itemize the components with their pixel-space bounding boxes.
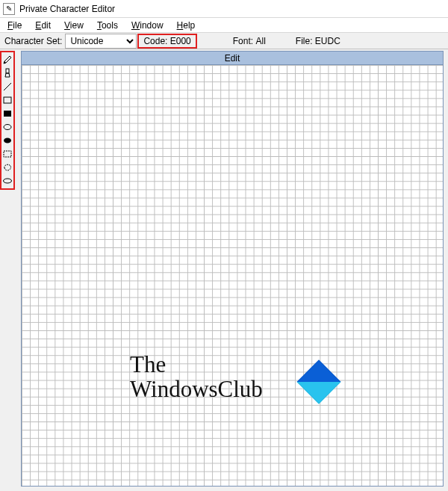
edit-grid[interactable] <box>21 64 444 487</box>
ellipse-outline-icon <box>2 122 13 132</box>
code-value: E000 <box>170 36 191 46</box>
app-title: Private Character Editor <box>19 4 115 14</box>
rect-select-icon <box>2 149 13 159</box>
svg-rect-2 <box>4 97 11 103</box>
code-segment: Code: E000 <box>137 34 196 49</box>
info-bar: Character Set: Unicode Code: E000 Font: … <box>0 33 448 49</box>
menu-edit[interactable]: Edit <box>29 19 57 31</box>
canvas-area: Edit <box>16 49 448 491</box>
tool-pencil[interactable] <box>1 53 13 67</box>
work-area: Edit <box>0 49 448 491</box>
svg-line-1 <box>4 83 11 90</box>
charset-select[interactable]: Unicode <box>65 34 137 49</box>
svg-point-4 <box>4 125 11 130</box>
free-select-icon <box>2 162 13 173</box>
code-label: Code: <box>143 36 167 46</box>
menu-bar: File Edit View Tools Window Help <box>0 18 448 33</box>
svg-rect-6 <box>4 151 11 157</box>
font-value: All <box>255 36 265 46</box>
line-icon <box>2 81 13 92</box>
charset-label: Character Set: <box>0 36 65 46</box>
eraser-icon <box>2 176 13 186</box>
menu-file[interactable]: File <box>1 19 28 31</box>
tool-rect-select[interactable] <box>1 147 13 161</box>
font-label: Font: <box>233 36 253 46</box>
file-value: EUDC <box>315 36 340 46</box>
menu-tools[interactable]: Tools <box>91 19 124 31</box>
file-label: File: <box>296 36 313 46</box>
tool-rect-outline[interactable] <box>1 93 13 107</box>
svg-point-5 <box>4 138 11 143</box>
svg-rect-0 <box>6 69 9 73</box>
tool-eraser[interactable] <box>1 174 13 188</box>
menu-help[interactable]: Help <box>171 19 202 31</box>
brush-icon <box>2 68 13 78</box>
svg-point-7 <box>4 179 12 183</box>
app-icon: ✎ <box>3 3 15 15</box>
ellipse-filled-icon <box>2 135 13 146</box>
tool-ellipse-outline[interactable] <box>1 120 13 134</box>
pencil-icon <box>2 55 13 65</box>
rect-outline-icon <box>2 95 13 105</box>
toolbox <box>0 51 15 190</box>
tool-rect-filled[interactable] <box>1 107 13 120</box>
tool-ellipse-filled[interactable] <box>1 134 13 147</box>
canvas-title: Edit <box>21 51 444 64</box>
svg-rect-3 <box>4 111 11 117</box>
menu-view[interactable]: View <box>58 19 90 31</box>
tool-line[interactable] <box>1 80 13 93</box>
rect-filled-icon <box>2 108 13 119</box>
title-bar: ✎ Private Character Editor <box>0 0 448 18</box>
menu-window[interactable]: Window <box>125 19 169 31</box>
tool-brush[interactable] <box>1 67 13 80</box>
toolbox-container <box>0 49 16 491</box>
tool-free-select[interactable] <box>1 161 13 174</box>
